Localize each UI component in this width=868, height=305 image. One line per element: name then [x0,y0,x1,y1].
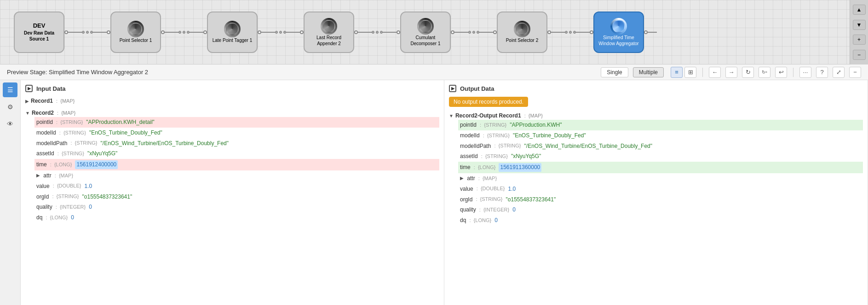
spiral-icon-5 [514,21,530,37]
connector-dot-8 [397,30,400,34]
spiral-icon-1 [127,21,144,37]
toolbar-icons: ≡ ⊞ [671,67,696,78]
node-dev[interactable]: DEV Dev Raw Data Source 1 [14,12,64,53]
connector-dot-7 [354,30,358,34]
forward-button[interactable]: → [725,67,737,78]
input-field-attr: ▶ attr : {MAP} [34,170,439,181]
pipeline-nodes: DEV Dev Raw Data Source 1 Point Selector… [5,7,666,58]
connector-dot-9 [451,30,454,34]
undo-button[interactable]: ↩ [775,67,787,78]
node-simplified-time-window[interactable]: Simplified Time Window Aggregator [593,12,644,53]
record2-output-type: : {MAP} [523,113,543,118]
connector-dot-4 [203,30,207,34]
more-button[interactable]: ··· [799,67,811,78]
connector-line2 [93,32,107,33]
connector-4 [354,30,400,34]
input-field-modelidpath: modelIdPath : {STRING} "/EnOS_Wind_Turbi… [34,138,439,149]
connector-6 [547,30,593,34]
help-button[interactable]: ? [816,67,828,78]
record2-triangle[interactable]: ▼ [25,111,30,116]
spiral-icon-4 [417,18,434,35]
refresh-button[interactable]: ↻ [742,67,754,78]
connector-dot-10 [493,30,497,34]
connector-line-8 [383,32,397,33]
connector-line-9 [454,32,468,33]
grid-view-button[interactable]: ⊞ [684,67,696,78]
output-attr-triangle[interactable]: ▶ [460,175,464,182]
output-field-time: time : {LONG} 1561911360000 [458,162,863,173]
spiral-icon-3 [321,18,337,35]
output-field-modelidpath: modelIdPath : {STRING} "/EnOS_Wind_Turbi… [458,141,863,152]
main-content: ☰ ⚙ 👁 ▶ Input Data ▶ Record1 : {MAP} [0,80,868,305]
connector-line-12 [576,32,590,33]
connector-line-5 [261,32,275,33]
node-point-selector-2[interactable]: Point Selector 2 [497,12,547,53]
record1-name: Record1 [31,98,53,104]
connector-line-3 [165,32,178,33]
list-icon-left[interactable]: ☰ [3,82,17,97]
node-late-point-tagger[interactable]: Late Point Tagger 1 [207,12,258,53]
single-button[interactable]: Single [601,67,628,77]
input-data-icon: ▶ [25,85,33,92]
node-point-selector-2-label: Point Selector 2 [506,37,539,43]
input-field-time: time : {LONG} 1561912400000 [34,159,439,170]
record1-triangle[interactable]: ▶ [25,99,29,104]
node-cumulant-decomposer[interactable]: Cumulant Decomposer 1 [400,12,451,53]
connector-dot-5 [258,30,261,34]
right-sidebar: ▲ ▼ + − [850,0,868,65]
data-panels: ▶ Input Data ▶ Record1 : {MAP} ▼ Record2… [21,80,868,305]
spiral-icon-2 [224,21,241,37]
record1-block: ▶ Record1 : {MAP} [25,97,439,105]
connector-line-6 [286,32,300,33]
back-button[interactable]: ← [709,67,721,78]
input-field-value: value : {DOUBLE} 1.0 [34,181,439,192]
output-data-panel: ▶ Output Data No output records produced… [444,80,868,305]
node-point-selector-1[interactable]: Point Selector 1 [110,12,161,53]
pipeline-area: DEV Dev Raw Data Source 1 Point Selector… [0,0,868,65]
list-view-button[interactable]: ≡ [671,67,683,78]
output-field-pointid: pointId : {STRING} "APProduction.KWH" [458,120,863,130]
preview-bar: Preview Stage: Simplified Time Window Ag… [0,65,868,80]
record2-output-header: ▼ Record2-Output Record1 : {MAP} [449,111,863,120]
multiple-button[interactable]: Multiple [633,67,664,77]
connector-3 [258,30,304,34]
record1-header: ▶ Record1 : {MAP} [25,97,439,105]
output-field-dq: dq : {LONG} 0 [458,215,863,226]
connector-line-11 [551,32,565,33]
record2-output-triangle[interactable]: ▼ [449,113,454,118]
record2-block: ▼ Record2 : {MAP} pointId : {STRING} "AP… [25,109,439,223]
input-data-panel: ▶ Input Data ▶ Record1 : {MAP} ▼ Record2… [21,80,444,305]
node-last-record-appender-label: Last Record Appender 2 [316,35,341,47]
record2-header: ▼ Record2 : {MAP} [25,109,439,117]
output-field-quality: quality : {INTEGER} 0 [458,205,863,215]
spiral-icon-6 [610,18,627,35]
collapse-button[interactable]: − [849,67,861,78]
node-late-point-tagger-label: Late Point Tagger 1 [213,37,253,43]
node-last-record-appender[interactable]: Last Record Appender 2 [304,12,354,53]
connector-dot-11 [547,30,551,34]
connector-dot [64,30,68,34]
zoom-out-button[interactable]: − [853,50,866,60]
connector-1 [64,30,110,34]
navigate-up-button[interactable]: ▲ [853,5,866,15]
expand-button[interactable]: ⤢ [833,67,845,78]
connector-dot-6 [300,30,304,34]
node-cumulant-decomposer-label: Cumulant Decomposer 1 [410,35,440,47]
connector-dot2 [107,30,110,34]
connector-dot-3 [161,30,165,34]
record2-fields: pointId : {STRING} "APProduction.KWH_det… [34,117,439,223]
record2-type: : {MAP} [56,110,75,116]
attr-triangle[interactable]: ▶ [36,172,40,179]
connector-2 [161,30,207,34]
record2-output-block: ▼ Record2-Output Record1 : {MAP} pointId… [449,111,863,226]
output-field-value: value : {DOUBLE} 1.0 [458,184,863,194]
input-field-orgid: orgId : {STRING} "o15554837323641" [34,192,439,202]
connector-5 [451,30,497,34]
refresh2-button[interactable]: ↻+ [759,67,770,78]
zoom-in-button[interactable]: + [853,35,866,45]
output-data-header: ▶ Output Data [449,85,863,92]
gear-icon-left[interactable]: ⚙ [3,100,17,114]
navigate-down-button[interactable]: ▼ [853,20,866,30]
input-field-dq: dq : {LONG} 0 [34,212,439,223]
eye-icon-left[interactable]: 👁 [3,117,17,131]
